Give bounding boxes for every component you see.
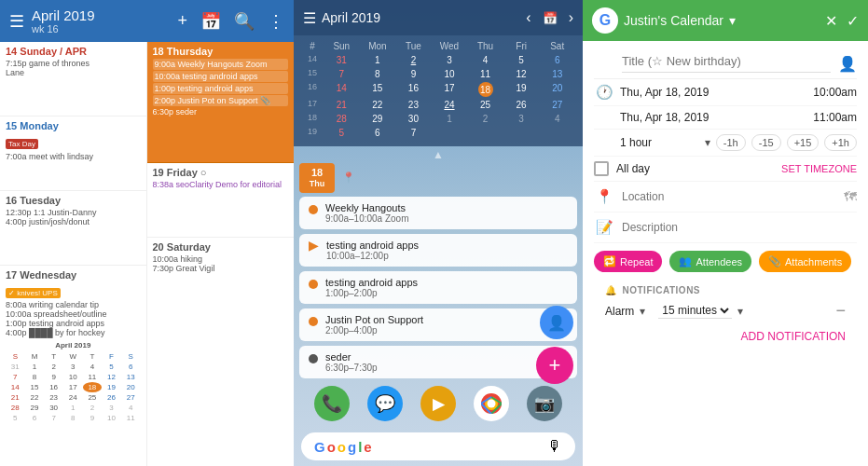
day-17-label: 17 Wednesday: [6, 269, 141, 281]
google-logo: G o o g l e: [314, 439, 372, 455]
repeat-button[interactable]: 🔁 Repeat: [594, 251, 662, 272]
fab-buttons: 👤 +: [536, 306, 573, 384]
map-icon: 🗺: [844, 189, 857, 204]
svg-point-2: [488, 400, 496, 408]
month-week-19: 19 5 6 7: [301, 127, 575, 139]
calendar-chevron-icon[interactable]: ▾: [729, 13, 736, 28]
mid-title: April 2019: [322, 10, 380, 25]
left-col-2: 18 Thursday 9:00a Weekly Hangouts Zoom 1…: [147, 42, 295, 466]
timezone-button[interactable]: SET TIMEZONE: [781, 163, 857, 174]
title-input[interactable]: [622, 54, 831, 73]
alarm-time-select[interactable]: 15 minutes 30 minutes 1 hour: [658, 303, 732, 319]
fab-person-button[interactable]: 👤: [540, 306, 573, 339]
event-card-1[interactable]: Weekly Hangouts 9:00a–10:00a Zoom: [299, 197, 577, 229]
plex-app-icon[interactable]: ▶: [420, 386, 456, 421]
day-14-event-1: 7:15p game of thrones: [6, 59, 141, 68]
end-datetime-row: Thu, Apr 18, 2019 11:00am: [594, 106, 857, 130]
event-card-2-time: 10:00a–12:00p: [326, 251, 419, 261]
save-button[interactable]: ✓: [847, 12, 859, 30]
location-row: 📍 🗺: [594, 182, 857, 212]
day-17-event-2: 10:00a spreadsheet/outline: [6, 309, 141, 319]
description-input[interactable]: [622, 221, 857, 234]
event-card-3[interactable]: testing android apps 1:00p–2:00p: [299, 271, 577, 304]
phone-app-icon[interactable]: 📞: [314, 386, 350, 421]
day-monday[interactable]: 15 Monday Tax Day 7:00a meet with lindsa…: [0, 116, 146, 191]
mid-cal-icon[interactable]: 📅: [543, 11, 558, 25]
alarm-dropdown-icon[interactable]: ▾: [640, 305, 645, 318]
plus-1h-button[interactable]: +1h: [824, 134, 857, 151]
start-time[interactable]: 10:00am: [813, 86, 857, 99]
chrome-app-icon[interactable]: [474, 386, 509, 421]
day-17-event-1: 8:00a writing calendar tip: [6, 300, 141, 309]
camera-app-icon[interactable]: 📷: [527, 386, 562, 421]
event-card-1-title: Weekly Hangouts: [325, 202, 409, 213]
remove-alarm-button[interactable]: −: [835, 301, 846, 321]
start-date[interactable]: Thu, Apr 18, 2019: [620, 86, 709, 99]
month-grid: # Sun Mon Tue Wed Thu Fri Sat 14 31 1 2 …: [294, 35, 583, 146]
event-card-2[interactable]: ▶ testing android apps 10:00a–12:00p: [299, 234, 577, 267]
event-card-2-title: testing android apps: [326, 240, 419, 251]
day-friday[interactable]: 19 Friday ○ 8:38a seoClarity Demo for ed…: [147, 163, 295, 238]
day-20-label: 20 Saturday: [153, 241, 289, 253]
event-dot-3: [309, 280, 318, 289]
alarm-label: Alarm: [605, 305, 634, 318]
left-header: ☰ April 2019 wk 16 + 📅 🔍 ⋮: [0, 0, 294, 42]
left-header-icons: + 📅 🔍 ⋮: [177, 11, 284, 32]
end-date[interactable]: Thu, Apr 18, 2019: [620, 111, 709, 124]
close-button[interactable]: ✕: [825, 12, 837, 30]
desc-icon: 📝: [594, 219, 614, 236]
notifications-header: 🔔 NOTIFICATIONS: [605, 285, 846, 295]
title-row: 👤: [594, 48, 857, 79]
end-time[interactable]: 11:00am: [813, 111, 857, 124]
duration-row: 1 hour ▾ -1h -15 +15 +1h: [594, 130, 857, 157]
allday-checkbox[interactable]: [594, 161, 609, 176]
day-14-event-2: Lane: [6, 68, 141, 77]
attendees-button[interactable]: 👥 Attendees: [669, 251, 751, 272]
calendar-view-button[interactable]: 📅: [200, 11, 221, 32]
left-panel: ☰ April 2019 wk 16 + 📅 🔍 ⋮ 14 Sunday / A…: [0, 0, 294, 466]
event-card-3-time: 1:00p–2:00p: [325, 288, 418, 298]
day-19-event-1: 8:38a seoClarity Demo for editorial: [153, 180, 289, 189]
right-title: Justin's Calendar: [624, 13, 723, 28]
alarm-time-dropdown[interactable]: ▾: [737, 305, 743, 318]
plus-15-button[interactable]: +15: [787, 134, 820, 151]
week-grid: 14 Sunday / APR 7:15p game of thrones La…: [0, 42, 294, 466]
location-input[interactable]: [622, 190, 836, 203]
day-wednesday[interactable]: 17 Wednesday ✓ knives! UPS 8:00a writing…: [0, 266, 146, 466]
day-sunday[interactable]: 14 Sunday / APR 7:15p game of thrones La…: [0, 42, 146, 116]
attachments-icon: 📎: [768, 255, 781, 267]
event-card-5-time: 6:30p–7:30p: [325, 363, 378, 373]
attachments-button[interactable]: 📎 Attachments: [759, 251, 851, 272]
add-event-button[interactable]: +: [177, 11, 187, 31]
day-saturday[interactable]: 20 Saturday 10:00a hiking 7:30p Great Vi…: [147, 238, 295, 466]
day-tuesday[interactable]: 16 Tuesday 12:30p 1:1 Justin-Danny 4:00p…: [0, 191, 146, 266]
day-thursday[interactable]: 18 Thursday 9:00a Weekly Hangouts Zoom 1…: [147, 42, 295, 163]
day-15-event-1: 7:00a meet with lindsay: [6, 152, 141, 161]
event-date-badge: 18 Thu: [299, 163, 335, 193]
mini-cal-grid: SMTWTFS 31123456 78910111213 14151617181…: [6, 351, 141, 423]
duration-dropdown-icon[interactable]: ▾: [705, 136, 710, 149]
event-form: 👤 🕐 Thu, Apr 18, 2019 10:00am Thu, Apr 1…: [583, 41, 868, 362]
google-assistant-icon[interactable]: 🎙: [547, 438, 562, 455]
day-19-label: 19 Friday ○: [153, 167, 289, 178]
day-14-label: 14 Sunday / APR: [6, 46, 141, 57]
more-options-button[interactable]: ⋮: [268, 11, 284, 32]
mid-header-icons: ‹ 📅 ›: [526, 9, 573, 26]
day-17-knives: ✓ knives! UPS: [6, 282, 141, 299]
minus-15-button[interactable]: -15: [751, 134, 781, 151]
collapse-handle[interactable]: ▲: [299, 146, 577, 163]
start-datetime-row: 🕐 Thu, Apr 18, 2019 10:00am: [594, 79, 857, 106]
messages-app-icon[interactable]: 💬: [367, 386, 403, 421]
day-18-event-2: 10:00a testing android apps: [153, 71, 289, 82]
add-notification-button[interactable]: ADD NOTIFICATION: [605, 324, 846, 349]
mid-prev-icon[interactable]: ‹: [526, 9, 530, 26]
fab-add-button[interactable]: +: [536, 347, 573, 384]
mid-next-icon[interactable]: ›: [569, 9, 573, 26]
search-bar[interactable]: G o o g l e 🎙: [301, 432, 575, 460]
notifications-section: 🔔 NOTIFICATIONS Alarm ▾ 15 minutes 30 mi…: [594, 280, 857, 354]
minus-1h-button[interactable]: -1h: [716, 134, 746, 151]
menu-icon[interactable]: ☰: [9, 11, 24, 32]
mid-menu-icon[interactable]: ☰: [303, 9, 316, 27]
search-button[interactable]: 🔍: [234, 11, 255, 32]
mini-cal-title: April 2019: [6, 341, 141, 350]
